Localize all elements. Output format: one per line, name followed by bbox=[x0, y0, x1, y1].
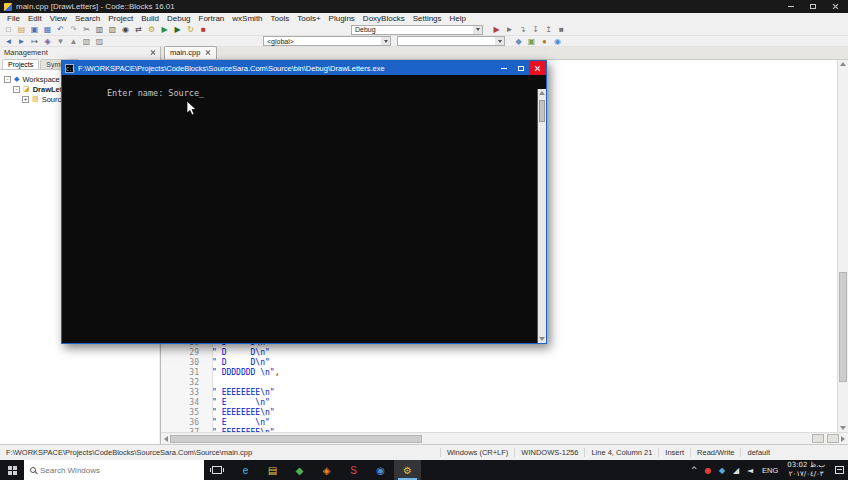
menu-help[interactable]: Help bbox=[446, 14, 470, 23]
console-titlebar[interactable]: C:\ F:\WORKSPACE\Projects\CodeBlocks\Sou… bbox=[62, 61, 546, 75]
fold-icon[interactable]: ▼ bbox=[55, 36, 66, 47]
taskbar-app-blue[interactable]: ◉ bbox=[367, 460, 394, 480]
replace-icon[interactable]: ⇄ bbox=[133, 24, 144, 35]
undo-icon[interactable]: ↶ bbox=[55, 24, 66, 35]
new-file-icon[interactable]: □ bbox=[3, 24, 14, 35]
code-line[interactable]: 34 " E \n" bbox=[161, 397, 837, 407]
tray-expand-icon[interactable]: ^ bbox=[687, 466, 701, 475]
tray-shield-icon[interactable]: ◆ bbox=[715, 466, 729, 475]
scroll-left-icon[interactable] bbox=[164, 436, 168, 442]
search-input[interactable] bbox=[40, 466, 198, 475]
code-line[interactable]: 30 " D D\n" bbox=[161, 357, 837, 367]
stop-debugger-icon[interactable]: ■ bbox=[556, 24, 567, 35]
menu-project[interactable]: Project bbox=[104, 14, 137, 23]
menu-debug[interactable]: Debug bbox=[163, 14, 195, 23]
doxyblocks-icon[interactable]: ◆ bbox=[513, 36, 524, 47]
forward-icon[interactable]: ► bbox=[16, 36, 27, 47]
debug-run-icon[interactable]: ▶ bbox=[491, 24, 502, 35]
find-icon[interactable]: ◉ bbox=[120, 24, 131, 35]
scroll-down-icon[interactable] bbox=[840, 426, 846, 430]
console-minimize-icon[interactable] bbox=[495, 61, 512, 75]
console-window[interactable]: C:\ F:\WORKSPACE\Projects\CodeBlocks\Sou… bbox=[61, 60, 547, 344]
run-to-cursor-icon[interactable]: ► bbox=[504, 24, 515, 35]
console-scrollbar[interactable] bbox=[537, 89, 546, 343]
scroll-up-icon[interactable] bbox=[840, 62, 846, 66]
back-icon[interactable]: ◄ bbox=[3, 36, 14, 47]
code-line[interactable]: 32 bbox=[161, 377, 837, 387]
rebuild-icon[interactable]: ↻ bbox=[185, 24, 196, 35]
step-into-icon[interactable]: ↧ bbox=[530, 24, 541, 35]
menu-tools-plus[interactable]: Tools+ bbox=[293, 14, 324, 23]
taskbar-app-codeblocks[interactable]: ⚙ bbox=[394, 460, 421, 480]
maximize-icon[interactable] bbox=[806, 2, 820, 12]
scope-select[interactable]: <global> bbox=[263, 36, 391, 46]
scroll-right-icon[interactable] bbox=[841, 436, 845, 442]
code-line[interactable]: 31 " DDDDDDD \n" , bbox=[161, 367, 837, 377]
uncomment-icon[interactable]: ▨ bbox=[94, 36, 105, 47]
console-output-area[interactable]: Enter name: Source_ bbox=[62, 75, 546, 343]
open-file-icon[interactable]: ▤ bbox=[16, 24, 27, 35]
taskbar-app-orange[interactable]: ◈ bbox=[313, 460, 340, 480]
network-icon[interactable]: ◢ bbox=[729, 466, 743, 475]
copy-icon[interactable]: ▥ bbox=[94, 24, 105, 35]
close-icon[interactable] bbox=[828, 2, 842, 12]
menu-doxyblocks[interactable]: DoxyBlocks bbox=[359, 14, 409, 23]
taskbar-app-file-explorer[interactable]: ▤ bbox=[259, 460, 286, 480]
scrollbar-thumb[interactable] bbox=[839, 272, 847, 382]
close-tab-icon[interactable] bbox=[205, 50, 211, 56]
task-view-button[interactable] bbox=[204, 460, 230, 480]
cut-icon[interactable]: ✂ bbox=[81, 24, 92, 35]
taskbar-clock[interactable]: 03:02 ب.ظ ٢٠١٧/٠٤/٠٣ bbox=[783, 461, 829, 479]
editor-split-button[interactable] bbox=[812, 434, 824, 443]
bookmark-icon[interactable]: ◈ bbox=[42, 36, 53, 47]
next-line-icon[interactable]: ↴ bbox=[517, 24, 528, 35]
menu-file[interactable]: File bbox=[3, 14, 24, 23]
taskbar-app-edge[interactable]: e bbox=[232, 460, 259, 480]
unfold-icon[interactable]: ▲ bbox=[68, 36, 79, 47]
action-center-button[interactable] bbox=[830, 460, 848, 480]
comment-icon[interactable]: ▧ bbox=[81, 36, 92, 47]
taskbar-search[interactable] bbox=[24, 460, 204, 480]
build-icon[interactable]: ⚙ bbox=[146, 24, 157, 35]
console-maximize-icon[interactable] bbox=[512, 61, 529, 75]
console-close-icon[interactable] bbox=[529, 61, 546, 75]
scroll-up-icon[interactable] bbox=[539, 91, 545, 95]
scrollbar-thumb[interactable] bbox=[539, 100, 545, 122]
save-all-icon[interactable]: ▦ bbox=[42, 24, 53, 35]
abort-icon[interactable]: ■ bbox=[198, 24, 209, 35]
goto-line-icon[interactable]: ↦ bbox=[29, 36, 40, 47]
fortran-icon[interactable]: ● bbox=[539, 36, 550, 47]
redo-icon[interactable]: ↷ bbox=[68, 24, 79, 35]
expand-icon[interactable]: + bbox=[22, 96, 29, 103]
build-target-select[interactable]: Debug bbox=[351, 25, 483, 35]
info-icon[interactable]: ◉ bbox=[552, 36, 563, 47]
minimize-icon[interactable] bbox=[784, 2, 798, 12]
tab-main-cpp[interactable]: main.cpp bbox=[164, 46, 217, 59]
step-out-icon[interactable]: ↥ bbox=[543, 24, 554, 35]
code-line[interactable]: 35 " EEEEEEEE\n" bbox=[161, 407, 837, 417]
scrollbar-thumb[interactable] bbox=[170, 435, 422, 443]
tray-notification-icon[interactable]: ● bbox=[701, 466, 715, 475]
paste-icon[interactable]: ▧ bbox=[107, 24, 118, 35]
start-button[interactable] bbox=[0, 460, 24, 480]
taskbar-app-red-s[interactable]: S bbox=[340, 460, 367, 480]
code-line[interactable]: 29 " D D\n" bbox=[161, 347, 837, 357]
menu-wxsmith[interactable]: wxSmith bbox=[228, 14, 266, 23]
symbol-select[interactable] bbox=[397, 36, 505, 46]
menu-tools[interactable]: Tools bbox=[267, 14, 294, 23]
run-icon[interactable]: ▶ bbox=[159, 24, 170, 35]
scroll-down-icon[interactable] bbox=[539, 337, 545, 341]
menu-view[interactable]: View bbox=[46, 14, 71, 23]
volume-icon[interactable]: ◄ bbox=[743, 466, 757, 475]
collapse-icon[interactable]: - bbox=[13, 86, 20, 93]
menu-plugins[interactable]: Plugins bbox=[325, 14, 359, 23]
menu-edit[interactable]: Edit bbox=[24, 14, 46, 23]
editor-horizontal-scrollbar[interactable] bbox=[161, 432, 848, 444]
menu-fortran[interactable]: Fortran bbox=[195, 14, 229, 23]
menu-search[interactable]: Search bbox=[71, 14, 104, 23]
editor-vertical-scrollbar[interactable] bbox=[837, 60, 848, 432]
collapse-icon[interactable]: - bbox=[4, 76, 11, 83]
build-and-run-icon[interactable]: ▶ bbox=[172, 24, 183, 35]
menu-settings[interactable]: Settings bbox=[409, 14, 446, 23]
wxsmith-icon[interactable]: ▣ bbox=[526, 36, 537, 47]
